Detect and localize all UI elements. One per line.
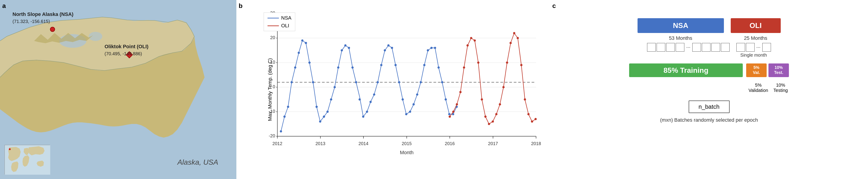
- svg-point-95: [448, 113, 451, 115]
- nsa-location-label: North Slope Alaska (NSA) (71.323, -156.6…: [12, 11, 73, 25]
- svg-point-63: [334, 86, 336, 88]
- svg-point-86: [416, 93, 418, 96]
- small-boxes-row: ··· ··· Single month: [647, 43, 771, 58]
- legend-oli-label: OLI: [281, 23, 289, 29]
- c-diagram: NSA OLI 53 Months 25 Months ···: [557, 4, 861, 175]
- svg-point-121: [531, 120, 533, 123]
- nsa-dots: ···: [685, 44, 691, 50]
- nsa-month-box-4: [676, 43, 684, 52]
- svg-point-48: [280, 130, 282, 132]
- svg-point-53: [298, 52, 300, 54]
- svg-text:2012: 2012: [273, 141, 282, 146]
- svg-text:2016: 2016: [445, 141, 455, 146]
- map-container: North Slope Alaska (NSA) (71.323, -156.6…: [0, 0, 237, 179]
- svg-text:Month: Month: [400, 150, 413, 155]
- svg-point-69: [355, 81, 357, 84]
- panel-a-label: a: [2, 2, 6, 9]
- svg-point-59: [319, 120, 321, 123]
- svg-point-83: [405, 113, 407, 115]
- svg-point-112: [499, 103, 501, 106]
- nsa-small-boxes: ···: [647, 43, 730, 52]
- svg-point-57: [312, 81, 314, 84]
- svg-point-62: [330, 98, 332, 100]
- svg-point-115: [509, 42, 512, 44]
- pct-labels-row: 5% Validation 10% Testing: [627, 83, 791, 93]
- validation-label: 5%: [753, 65, 760, 70]
- svg-point-109: [488, 123, 490, 125]
- inset-world-map: [4, 145, 50, 175]
- nsa-box: NSA: [638, 18, 724, 33]
- svg-text:0: 0: [273, 84, 275, 89]
- legend-nsa: NSA: [268, 15, 291, 21]
- svg-point-116: [513, 32, 515, 34]
- svg-marker-11: [28, 146, 44, 155]
- svg-point-65: [341, 49, 343, 51]
- top-boxes-row: NSA OLI: [638, 18, 781, 33]
- testing-box: 10% Test.: [769, 63, 789, 77]
- testing-label: 10%: [775, 65, 783, 70]
- nsa-month-box-5: [692, 43, 701, 52]
- svg-point-75: [377, 81, 379, 84]
- legend-nsa-label: NSA: [281, 15, 291, 21]
- svg-point-77: [384, 49, 386, 51]
- training-row: 85% Training 5% Val. 10% Test.: [629, 63, 789, 77]
- svg-point-55: [305, 42, 307, 44]
- oli-month-box-3: [762, 43, 771, 52]
- nsa-marker: [50, 27, 55, 32]
- svg-point-68: [351, 66, 354, 69]
- svg-text:2015: 2015: [402, 141, 412, 146]
- svg-point-70: [359, 98, 361, 100]
- legend-nsa-line: [268, 18, 279, 19]
- y-axis-label: Max. Monthly Temp. (deg C): [267, 58, 273, 121]
- nsa-month-box-1: [647, 43, 656, 52]
- svg-point-98: [449, 116, 451, 118]
- svg-point-74: [373, 93, 375, 96]
- svg-point-102: [463, 66, 465, 69]
- nsa-month-box-2: [657, 43, 665, 52]
- svg-point-50: [287, 106, 289, 108]
- svg-point-79: [391, 47, 393, 49]
- nsa-month-box-8: [721, 43, 730, 52]
- panel-b: b NSA OLI Max. Monthly Temp. (deg C) 30 …: [237, 0, 550, 179]
- batch-description: (mxn) Batches randomly selected per epoc…: [660, 117, 758, 123]
- svg-point-106: [477, 61, 479, 64]
- svg-point-122: [534, 118, 537, 120]
- svg-point-99: [452, 111, 455, 113]
- svg-point-101: [459, 91, 462, 93]
- svg-point-90: [430, 47, 433, 49]
- svg-point-87: [420, 81, 422, 84]
- svg-point-58: [315, 106, 318, 108]
- panel-a: a North Slope Alaska (NSA) (71.323, -156…: [0, 0, 237, 179]
- chart-legend: NSA OLI: [264, 12, 295, 31]
- testing-label2: Test.: [774, 70, 783, 75]
- svg-point-52: [294, 66, 297, 69]
- oli-month-box-1: [736, 43, 745, 52]
- svg-point-92: [437, 66, 440, 69]
- svg-point-54: [301, 39, 303, 41]
- svg-text:2013: 2013: [315, 141, 326, 146]
- svg-point-108: [484, 116, 487, 118]
- svg-point-120: [527, 113, 530, 115]
- svg-text:20: 20: [270, 35, 275, 40]
- svg-text:2017: 2017: [488, 141, 498, 146]
- alaska-label: Alaska, USA: [177, 158, 218, 167]
- panel-b-label: b: [239, 2, 243, 9]
- svg-point-94: [444, 98, 447, 100]
- svg-point-64: [337, 66, 339, 69]
- svg-point-91: [434, 47, 436, 49]
- validation-pct-label: 5% Validation: [748, 83, 769, 93]
- svg-point-60: [323, 116, 325, 118]
- svg-point-84: [409, 111, 411, 113]
- svg-text:-20: -20: [269, 133, 275, 138]
- svg-text:2014: 2014: [359, 141, 368, 146]
- nsa-month-box-6: [702, 43, 711, 52]
- nsa-month-box-7: [711, 43, 720, 52]
- legend-oli-line: [268, 26, 279, 26]
- nbatch-box: n_batch: [689, 100, 730, 113]
- svg-point-73: [370, 101, 372, 103]
- svg-point-61: [327, 111, 329, 113]
- svg-point-110: [492, 120, 494, 123]
- panel-c: c NSA OLI 53 Months 25 Months ···: [550, 0, 868, 179]
- svg-point-56: [308, 61, 311, 64]
- svg-text:2018: 2018: [531, 141, 541, 146]
